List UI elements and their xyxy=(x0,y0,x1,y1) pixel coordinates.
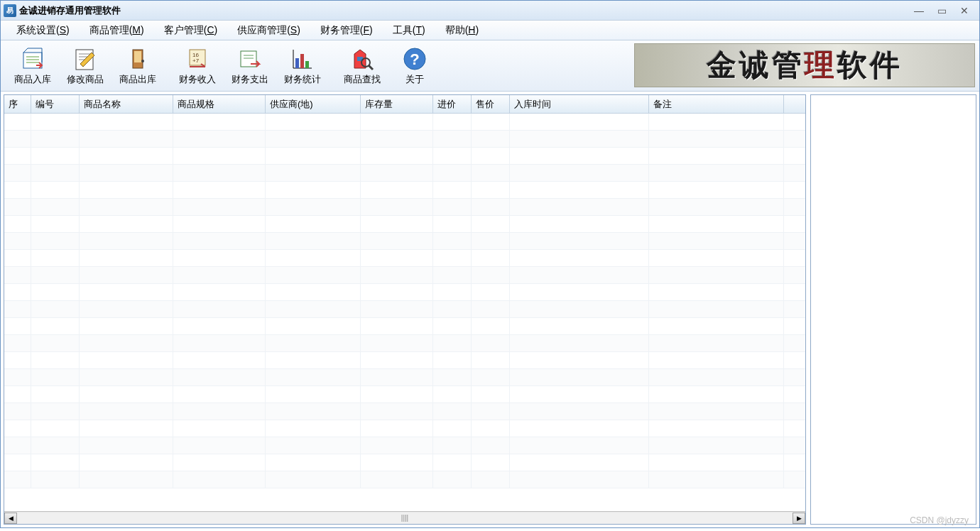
col-seq[interactable]: 序 xyxy=(4,95,31,113)
menu-customer[interactable]: 客户管理(C) xyxy=(154,21,227,40)
svg-rect-21 xyxy=(305,61,309,68)
svg-point-10 xyxy=(141,60,144,62)
scroll-left-arrow[interactable]: ◀ xyxy=(4,513,17,524)
menu-help[interactable]: 帮助(H) xyxy=(435,21,489,40)
table-row[interactable] xyxy=(4,250,805,267)
tool-about[interactable]: ? 关于 xyxy=(388,44,441,88)
table-row[interactable] xyxy=(4,318,805,335)
help-icon: ? xyxy=(402,46,428,72)
svg-text:?: ? xyxy=(410,50,419,68)
maximize-button[interactable]: ▭ xyxy=(935,5,948,16)
table-row[interactable] xyxy=(4,454,805,471)
window-title: 金诚进销存通用管理软件 xyxy=(19,4,913,17)
svg-text:+7: +7 xyxy=(192,58,200,64)
tool-finance-out[interactable]: 财务支出 xyxy=(224,44,276,88)
menu-finance[interactable]: 财务管理(F) xyxy=(310,21,383,40)
inbox-icon xyxy=(20,46,45,72)
col-stock[interactable]: 库存量 xyxy=(361,95,433,113)
table-row[interactable] xyxy=(4,471,805,488)
table-row[interactable] xyxy=(4,216,805,233)
grid-header: 序 编号 商品名称 商品规格 供应商(地) 库存量 进价 售价 入库时间 备注 xyxy=(4,95,805,114)
table-row[interactable] xyxy=(4,386,805,403)
tool-goods-out[interactable]: 商品出库 xyxy=(111,44,164,88)
table-row[interactable] xyxy=(4,437,805,454)
table-row[interactable] xyxy=(4,182,805,199)
table-row[interactable] xyxy=(4,114,805,131)
col-name[interactable]: 商品名称 xyxy=(80,95,173,113)
table-row[interactable] xyxy=(4,420,805,437)
svg-rect-20 xyxy=(300,54,304,68)
table-row[interactable] xyxy=(4,131,805,148)
col-id[interactable]: 编号 xyxy=(31,95,80,113)
col-supplier[interactable]: 供应商(地) xyxy=(266,95,361,113)
svg-rect-9 xyxy=(134,51,141,62)
table-row[interactable] xyxy=(4,199,805,216)
menu-goods[interactable]: 商品管理(M) xyxy=(80,21,154,40)
watermark: CSDN @jdyzzy xyxy=(910,515,969,525)
scroll-track[interactable]: |||| xyxy=(17,513,793,524)
chart-icon xyxy=(290,46,315,72)
table-row[interactable] xyxy=(4,301,805,318)
col-intime[interactable]: 入库时间 xyxy=(510,95,649,113)
horizontal-scrollbar[interactable]: ◀ |||| ▶ xyxy=(4,511,805,524)
table-row[interactable] xyxy=(4,233,805,250)
table-row[interactable] xyxy=(4,352,805,369)
table-row[interactable] xyxy=(4,284,805,301)
menu-supplier[interactable]: 供应商管理(S) xyxy=(227,21,310,40)
menu-system[interactable]: 系统设置(S) xyxy=(6,21,80,40)
tool-finance-in[interactable]: 16+7 财务收入 xyxy=(171,44,224,88)
table-row[interactable] xyxy=(4,267,805,284)
outbox-icon xyxy=(125,46,151,72)
content-area: 序 编号 商品名称 商品规格 供应商(地) 库存量 进价 售价 入库时间 备注 … xyxy=(1,92,979,527)
svg-line-24 xyxy=(369,65,373,70)
tool-goods-search[interactable]: 商品查找 xyxy=(336,44,388,88)
tool-goods-edit[interactable]: 修改商品 xyxy=(59,44,111,88)
ledger-out-icon xyxy=(237,46,263,72)
col-note[interactable]: 备注 xyxy=(649,95,784,113)
table-row[interactable] xyxy=(4,148,805,165)
minimize-button[interactable]: — xyxy=(913,5,925,16)
app-window: 易 金诚进销存通用管理软件 — ▭ ✕ 系统设置(S) 商品管理(M) 客户管理… xyxy=(0,0,980,528)
col-cost[interactable]: 进价 xyxy=(433,95,472,113)
table-row[interactable] xyxy=(4,369,805,386)
edit-icon xyxy=(72,46,98,72)
title-bar: 易 金诚进销存通用管理软件 — ▭ ✕ xyxy=(1,1,979,21)
table-row[interactable] xyxy=(4,403,805,420)
side-panel xyxy=(810,94,976,525)
table-row[interactable] xyxy=(4,335,805,352)
search-icon xyxy=(349,46,375,72)
table-row[interactable] xyxy=(4,165,805,182)
scroll-right-arrow[interactable]: ▶ xyxy=(793,513,805,524)
app-icon: 易 xyxy=(4,4,16,17)
grid-body[interactable] xyxy=(4,114,805,511)
tool-goods-in[interactable]: 商品入库 xyxy=(6,44,59,88)
tool-finance-stat[interactable]: 财务统计 xyxy=(276,44,329,88)
menu-bar: 系统设置(S) 商品管理(M) 客户管理(C) 供应商管理(S) 财务管理(F)… xyxy=(1,21,979,40)
ledger-in-icon: 16+7 xyxy=(185,46,210,72)
col-price[interactable]: 售价 xyxy=(472,95,510,113)
data-grid: 序 编号 商品名称 商品规格 供应商(地) 库存量 进价 售价 入库时间 备注 … xyxy=(4,94,806,525)
menu-tools[interactable]: 工具(T) xyxy=(383,21,435,40)
svg-rect-19 xyxy=(295,58,299,68)
toolbar: 商品入库 修改商品 商品出库 16+7 财务收入 财务支出 财务统计 商品查找 xyxy=(1,40,979,92)
col-spec[interactable]: 商品规格 xyxy=(173,95,266,113)
close-button[interactable]: ✕ xyxy=(958,5,971,16)
brand-banner: 金诚管理软件 xyxy=(634,43,975,87)
